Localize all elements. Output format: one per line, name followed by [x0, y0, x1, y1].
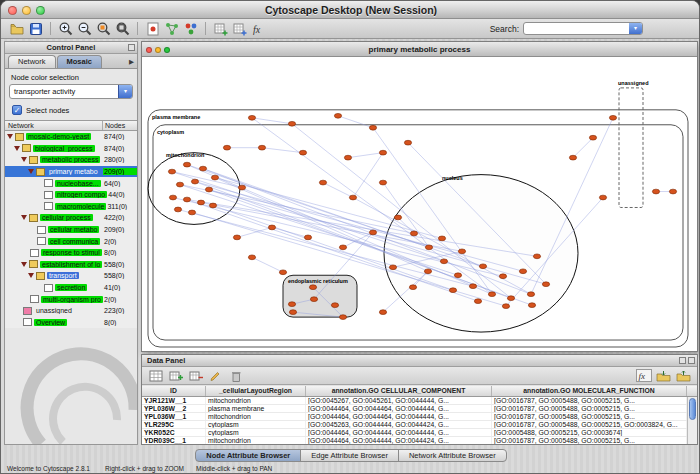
- network-window-titlebar[interactable]: primary metabolic process: [142, 42, 697, 57]
- graph-node[interactable]: [389, 265, 396, 270]
- graph-node[interactable]: [319, 180, 326, 185]
- search-combobox[interactable]: ▾: [523, 22, 643, 35]
- expander-icon[interactable]: [28, 169, 34, 174]
- tree-row-response-to-stimul[interactable]: response to stimul8(0): [5, 247, 137, 259]
- graph-node[interactable]: [379, 180, 386, 185]
- graph-node[interactable]: [197, 200, 204, 205]
- graph-node[interactable]: [669, 189, 676, 194]
- graph-node[interactable]: [248, 115, 255, 120]
- graph-node[interactable]: [334, 113, 341, 118]
- tree-row-transport[interactable]: transport558(0): [5, 270, 137, 282]
- tree-row-establishment-of-lo[interactable]: establishment of lo558(0): [5, 259, 137, 271]
- tree-row-cellular-metabo[interactable]: cellular metabo209(0): [5, 224, 137, 236]
- graph-node[interactable]: [238, 185, 245, 190]
- formula-icon[interactable]: fx: [635, 368, 652, 383]
- expander-icon[interactable]: [21, 215, 27, 220]
- graph-node[interactable]: [233, 235, 240, 240]
- graph-node[interactable]: [589, 135, 596, 140]
- tab-edge-attribute-browser[interactable]: Edge Attribute Browser: [300, 449, 399, 462]
- close-panel-icon[interactable]: [688, 357, 695, 364]
- edit-attribute-icon[interactable]: [207, 368, 224, 383]
- export-attributes-icon[interactable]: [675, 368, 692, 383]
- graph-edge[interactable]: [262, 148, 303, 153]
- graph-node[interactable]: [449, 288, 456, 293]
- network-minimize-button[interactable]: [155, 47, 161, 53]
- trash-icon[interactable]: [227, 368, 244, 383]
- graph-node[interactable]: [349, 195, 356, 200]
- graph-node[interactable]: [499, 274, 506, 279]
- tree-row-metabolic-process[interactable]: metabolic process280(0): [5, 154, 137, 166]
- graph-edge[interactable]: [338, 116, 373, 128]
- graph-node[interactable]: [488, 292, 495, 297]
- tree-row-multi-organism-pro[interactable]: multi-organism pro2(0): [5, 293, 137, 305]
- graph-edge[interactable]: [348, 153, 383, 158]
- zoom-fit-icon[interactable]: [113, 20, 132, 37]
- graph-node[interactable]: [410, 231, 417, 236]
- graph-node[interactable]: [458, 249, 465, 254]
- save-icon[interactable]: [26, 20, 45, 37]
- tree-row-macromolecule[interactable]: macromolecule311(0): [5, 201, 137, 213]
- expander-icon[interactable]: [21, 262, 27, 267]
- graph-edge[interactable]: [573, 138, 593, 158]
- tab-overflow-arrow-icon[interactable]: ▶: [129, 58, 137, 68]
- graph-node[interactable]: [469, 284, 476, 289]
- tree-column-nodes[interactable]: Nodes: [103, 121, 137, 130]
- graph-node[interactable]: [288, 121, 295, 126]
- graph-node[interactable]: [394, 215, 401, 220]
- graph-node[interactable]: [507, 296, 514, 301]
- graph-node[interactable]: [331, 303, 338, 308]
- open-icon[interactable]: [7, 20, 26, 37]
- search-dropdown-icon[interactable]: ▾: [629, 23, 642, 34]
- graph-node[interactable]: [542, 282, 549, 287]
- graph-node[interactable]: [527, 292, 534, 297]
- graph-node[interactable]: [205, 187, 212, 192]
- float-panel-icon[interactable]: [679, 357, 686, 364]
- graph-node[interactable]: [474, 299, 481, 304]
- function-icon[interactable]: fx: [249, 20, 268, 37]
- expander-icon[interactable]: [14, 146, 20, 151]
- graph-edge[interactable]: [323, 183, 353, 198]
- tree-row-mosaic-demo-yeast[interactable]: mosaic-demo-yeast874(0): [5, 131, 137, 143]
- tab-node-attribute-browser[interactable]: Node Attribute Browser: [195, 449, 301, 462]
- graph-node[interactable]: [528, 303, 535, 308]
- column-header-id[interactable]: ID: [142, 386, 206, 396]
- tree-row-unassigned[interactable]: unassigned223(0): [5, 305, 137, 317]
- tree-row-cellular-process[interactable]: cellular process422(0): [5, 212, 137, 224]
- graph-node[interactable]: [174, 207, 181, 212]
- tree-row-nitrogen-compo[interactable]: nitrogen compo44(0): [5, 189, 137, 201]
- table-row[interactable]: YDR039C__1mitochondrion[GO:0044464, GO:0…: [142, 437, 697, 444]
- graph-node[interactable]: [409, 285, 416, 290]
- tab-mosaic[interactable]: Mosaic: [57, 55, 102, 68]
- window-titlebar[interactable]: Cytoscape Desktop (New Session): [1, 1, 700, 19]
- graph-edge[interactable]: [252, 118, 292, 124]
- graph-node[interactable]: [188, 210, 195, 215]
- column-header-region[interactable]: _cellularLayoutRegion: [206, 386, 306, 396]
- graph-node[interactable]: [344, 155, 351, 160]
- table-row[interactable]: YJR121W__1mitochondrion[GO:0045267, GO:0…: [142, 397, 697, 405]
- network-close-button[interactable]: [146, 47, 152, 53]
- column-header-cellular-component[interactable]: annotation.GO CELLULAR_COMPONENT: [306, 386, 492, 396]
- graph-node[interactable]: [304, 235, 311, 240]
- graph-node[interactable]: [309, 285, 316, 290]
- graph-node[interactable]: [169, 195, 176, 200]
- graph-node[interactable]: [519, 269, 526, 274]
- tab-network-attribute-browser[interactable]: Network Attribute Browser: [398, 449, 507, 462]
- table-scrollbar[interactable]: [687, 397, 697, 444]
- table-scrollbar-thumb[interactable]: [689, 398, 696, 420]
- tree-row-cell-communica[interactable]: cell communica2(0): [5, 235, 137, 247]
- graph-node[interactable]: [176, 182, 183, 187]
- graph-node[interactable]: [268, 225, 275, 230]
- graph-node[interactable]: [211, 175, 218, 180]
- graph-node[interactable]: [339, 315, 346, 320]
- expander-icon[interactable]: [28, 273, 34, 278]
- graph-node[interactable]: [652, 189, 659, 194]
- graph-node[interactable]: [191, 179, 198, 184]
- tree-row-nucleobase-[interactable]: nucleobase...64(0): [5, 177, 137, 189]
- graph-node[interactable]: [258, 145, 265, 150]
- network-manager-icon[interactable]: [162, 20, 181, 37]
- expander-icon[interactable]: [21, 157, 27, 162]
- graph-node[interactable]: [339, 245, 346, 250]
- tree-column-network[interactable]: Network: [5, 121, 103, 130]
- import-attributes-icon[interactable]: [655, 368, 672, 383]
- node-color-dropdown[interactable]: transporter activity ▾: [9, 84, 133, 99]
